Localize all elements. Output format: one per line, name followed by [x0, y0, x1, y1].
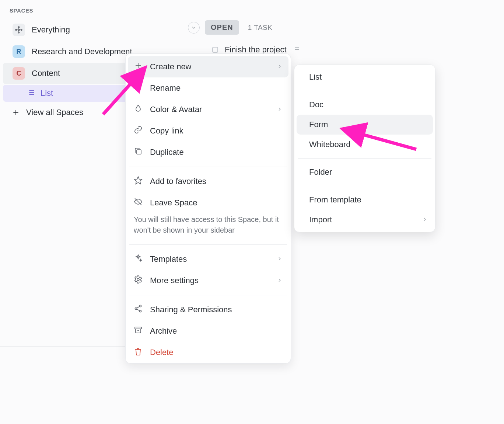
svg-point-4 — [18, 32, 20, 33]
list-icon — [28, 89, 35, 98]
menu-label: Color & Avatar — [150, 105, 202, 114]
divider — [129, 167, 287, 167]
submenu-form[interactable]: Form — [297, 115, 433, 135]
collapse-toggle[interactable] — [188, 22, 200, 34]
svg-rect-27 — [135, 327, 141, 329]
svg-line-25 — [137, 306, 139, 308]
divider — [129, 244, 287, 245]
pencil-icon — [134, 83, 143, 94]
duplicate-icon — [134, 147, 143, 158]
menu-label: Archive — [150, 326, 177, 336]
submenu-label: Import — [309, 215, 332, 225]
star-icon — [134, 176, 143, 187]
task-count: 1 TASK — [248, 24, 273, 32]
menu-templates[interactable]: Templates — [128, 249, 288, 270]
svg-line-26 — [137, 309, 139, 310]
chevron-right-icon — [277, 62, 283, 72]
svg-point-0 — [18, 29, 20, 31]
submenu-import[interactable]: Import — [297, 210, 433, 230]
chevron-right-icon — [422, 215, 428, 225]
submenu-whiteboard[interactable]: Whiteboard — [297, 135, 433, 154]
menu-more-settings[interactable]: More settings — [128, 270, 288, 291]
submenu-label: Whiteboard — [309, 140, 351, 149]
svg-point-1 — [15, 29, 17, 31]
sidebar-item-label: Research and Development — [32, 47, 132, 56]
menu-label: Sharing & Permissions — [150, 305, 232, 314]
share-icon — [134, 304, 143, 315]
svg-point-2 — [21, 29, 22, 31]
menu-label: Create new — [150, 62, 192, 72]
chevron-right-icon — [277, 254, 283, 264]
chevron-right-icon — [277, 276, 283, 285]
create-submenu: List Doc Form Whiteboard Folder From tem… — [294, 65, 435, 232]
divider — [298, 158, 431, 159]
sidebar-sub-item-label: List — [41, 88, 53, 98]
sidebar-item-label: Everything — [32, 25, 70, 35]
drag-handle-icon[interactable] — [293, 45, 301, 55]
chevron-right-icon — [277, 105, 283, 114]
status-row: OPEN 1 TASK — [188, 20, 489, 35]
menu-leave-description: You will still have access to this Space… — [128, 213, 288, 241]
svg-point-24 — [140, 310, 141, 312]
svg-marker-19 — [134, 177, 142, 184]
submenu-from-template[interactable]: From template — [297, 190, 433, 210]
menu-archive[interactable]: Archive — [128, 320, 288, 342]
svg-point-23 — [135, 308, 137, 310]
plus-icon — [134, 61, 143, 72]
menu-label: More settings — [150, 276, 199, 285]
menu-copy-link[interactable]: Copy link — [128, 120, 288, 142]
link-icon — [134, 125, 143, 136]
menu-label: Add to favorites — [150, 177, 206, 186]
sidebar-item-label: Content — [32, 69, 60, 78]
sidebar-header: SPACES — [0, 4, 162, 19]
submenu-label: Form — [309, 120, 328, 129]
context-menu: Create new Rename Color & Avatar Copy li… — [125, 53, 291, 364]
divider — [298, 186, 431, 186]
svg-point-22 — [140, 305, 141, 307]
gear-icon — [134, 275, 143, 286]
submenu-folder[interactable]: Folder — [297, 162, 433, 182]
menu-label: Delete — [150, 348, 174, 357]
menu-label: Rename — [150, 83, 181, 93]
menu-duplicate[interactable]: Duplicate — [128, 142, 288, 163]
view-all-label: View all Spaces — [26, 108, 83, 117]
eye-off-icon — [134, 197, 143, 208]
sidebar-item-everything[interactable]: Everything — [3, 19, 159, 41]
menu-delete[interactable]: Delete — [128, 342, 288, 363]
divider — [298, 91, 431, 91]
submenu-list[interactable]: List — [297, 67, 433, 87]
menu-label: Leave Space — [150, 198, 197, 208]
menu-leave-space[interactable]: Leave Space — [128, 192, 288, 213]
space-avatar-c: C — [13, 67, 25, 80]
menu-sharing[interactable]: Sharing & Permissions — [128, 299, 288, 320]
submenu-label: List — [309, 72, 322, 82]
submenu-label: Doc — [309, 100, 323, 110]
menu-color-avatar[interactable]: Color & Avatar — [128, 99, 288, 120]
menu-create-new[interactable]: Create new — [128, 56, 288, 77]
menu-add-favorites[interactable]: Add to favorites — [128, 171, 288, 192]
task-status-icon[interactable] — [212, 47, 218, 53]
menu-label: Copy link — [150, 126, 183, 136]
network-icon — [13, 24, 25, 36]
droplet-icon — [134, 104, 143, 115]
submenu-doc[interactable]: Doc — [297, 95, 433, 115]
divider — [129, 295, 287, 295]
svg-point-21 — [137, 278, 139, 281]
submenu-label: From template — [309, 195, 361, 205]
svg-point-3 — [18, 27, 20, 28]
svg-rect-18 — [137, 150, 141, 154]
menu-rename[interactable]: Rename — [128, 77, 288, 99]
space-avatar-r: R — [13, 45, 25, 58]
submenu-label: Folder — [309, 167, 332, 177]
status-badge[interactable]: OPEN — [205, 20, 239, 35]
menu-label: Duplicate — [150, 147, 184, 157]
menu-label: Templates — [150, 254, 187, 264]
sparkle-icon — [134, 254, 143, 265]
trash-icon — [134, 347, 143, 358]
archive-icon — [134, 326, 143, 337]
